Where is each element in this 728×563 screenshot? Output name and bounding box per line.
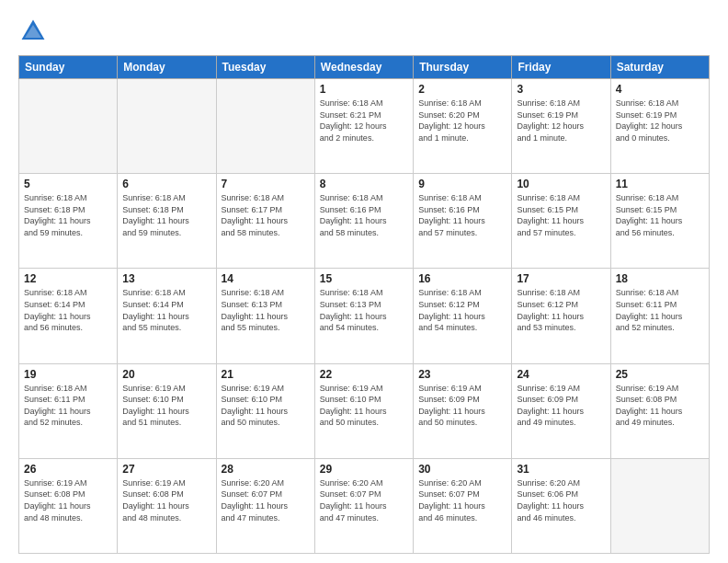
calendar-cell: 3Sunrise: 6:18 AMSunset: 6:19 PMDaylight… bbox=[512, 79, 610, 174]
weekday-header-saturday: Saturday bbox=[610, 56, 709, 79]
calendar-cell: 29Sunrise: 6:20 AMSunset: 6:07 PMDayligh… bbox=[314, 458, 413, 553]
day-info: Sunrise: 6:18 AMSunset: 6:19 PMDaylight:… bbox=[616, 98, 704, 144]
day-info: Sunrise: 6:18 AMSunset: 6:13 PMDaylight:… bbox=[222, 287, 310, 333]
calendar-cell: 10Sunrise: 6:18 AMSunset: 6:15 PMDayligh… bbox=[512, 174, 610, 269]
day-number: 1 bbox=[320, 83, 408, 96]
calendar-cell: 11Sunrise: 6:18 AMSunset: 6:15 PMDayligh… bbox=[610, 174, 709, 269]
calendar-cell: 7Sunrise: 6:18 AMSunset: 6:17 PMDaylight… bbox=[216, 174, 314, 269]
day-number: 27 bbox=[122, 463, 210, 476]
weekday-header-tuesday: Tuesday bbox=[216, 56, 314, 79]
day-number: 16 bbox=[418, 272, 506, 285]
calendar-cell: 24Sunrise: 6:19 AMSunset: 6:09 PMDayligh… bbox=[512, 363, 610, 458]
weekday-header-row: SundayMondayTuesdayWednesdayThursdayFrid… bbox=[19, 56, 710, 79]
calendar-cell: 21Sunrise: 6:19 AMSunset: 6:10 PMDayligh… bbox=[216, 363, 314, 458]
calendar-week-row: 19Sunrise: 6:18 AMSunset: 6:11 PMDayligh… bbox=[19, 363, 710, 458]
day-info: Sunrise: 6:20 AMSunset: 6:06 PMDaylight:… bbox=[517, 477, 605, 523]
calendar-cell: 19Sunrise: 6:18 AMSunset: 6:11 PMDayligh… bbox=[19, 363, 118, 458]
calendar-cell: 14Sunrise: 6:18 AMSunset: 6:13 PMDayligh… bbox=[216, 269, 314, 363]
calendar-cell: 13Sunrise: 6:18 AMSunset: 6:14 PMDayligh… bbox=[118, 269, 216, 363]
day-info: Sunrise: 6:19 AMSunset: 6:08 PMDaylight:… bbox=[616, 383, 704, 429]
calendar-cell: 30Sunrise: 6:20 AMSunset: 6:07 PMDayligh… bbox=[414, 458, 512, 553]
day-number: 7 bbox=[222, 178, 310, 190]
day-info: Sunrise: 6:18 AMSunset: 6:11 PMDaylight:… bbox=[616, 287, 704, 333]
calendar-cell: 16Sunrise: 6:18 AMSunset: 6:12 PMDayligh… bbox=[414, 269, 512, 363]
header bbox=[18, 17, 710, 46]
logo-icon bbox=[18, 17, 48, 46]
day-number: 25 bbox=[616, 368, 704, 381]
day-number: 30 bbox=[418, 463, 506, 476]
calendar-cell: 1Sunrise: 6:18 AMSunset: 6:21 PMDaylight… bbox=[314, 79, 413, 174]
day-number: 6 bbox=[122, 178, 210, 190]
calendar-week-row: 1Sunrise: 6:18 AMSunset: 6:21 PMDaylight… bbox=[19, 79, 710, 174]
day-info: Sunrise: 6:19 AMSunset: 6:10 PMDaylight:… bbox=[122, 383, 210, 429]
calendar-cell: 18Sunrise: 6:18 AMSunset: 6:11 PMDayligh… bbox=[610, 269, 709, 363]
calendar-cell: 22Sunrise: 6:19 AMSunset: 6:10 PMDayligh… bbox=[314, 363, 413, 458]
calendar-cell bbox=[118, 79, 216, 174]
day-number: 21 bbox=[222, 368, 310, 381]
day-info: Sunrise: 6:19 AMSunset: 6:09 PMDaylight:… bbox=[517, 383, 605, 429]
calendar-week-row: 12Sunrise: 6:18 AMSunset: 6:14 PMDayligh… bbox=[19, 269, 710, 363]
day-info: Sunrise: 6:18 AMSunset: 6:14 PMDaylight:… bbox=[24, 287, 112, 333]
calendar-cell: 26Sunrise: 6:19 AMSunset: 6:08 PMDayligh… bbox=[19, 458, 118, 553]
weekday-header-wednesday: Wednesday bbox=[314, 56, 413, 79]
day-info: Sunrise: 6:18 AMSunset: 6:16 PMDaylight:… bbox=[320, 192, 408, 238]
day-info: Sunrise: 6:18 AMSunset: 6:12 PMDaylight:… bbox=[517, 287, 605, 333]
day-info: Sunrise: 6:19 AMSunset: 6:08 PMDaylight:… bbox=[122, 477, 210, 523]
day-info: Sunrise: 6:20 AMSunset: 6:07 PMDaylight:… bbox=[222, 477, 310, 523]
day-number: 19 bbox=[24, 368, 112, 381]
day-info: Sunrise: 6:20 AMSunset: 6:07 PMDaylight:… bbox=[320, 477, 408, 523]
day-number: 13 bbox=[122, 272, 210, 285]
calendar-cell: 4Sunrise: 6:18 AMSunset: 6:19 PMDaylight… bbox=[610, 79, 709, 174]
day-info: Sunrise: 6:18 AMSunset: 6:19 PMDaylight:… bbox=[517, 98, 605, 144]
day-number: 8 bbox=[320, 178, 408, 190]
weekday-header-friday: Friday bbox=[512, 56, 610, 79]
day-info: Sunrise: 6:20 AMSunset: 6:07 PMDaylight:… bbox=[418, 477, 506, 523]
calendar-cell bbox=[610, 458, 709, 553]
day-info: Sunrise: 6:19 AMSunset: 6:09 PMDaylight:… bbox=[418, 383, 506, 429]
day-number: 31 bbox=[517, 463, 605, 476]
day-info: Sunrise: 6:18 AMSunset: 6:11 PMDaylight:… bbox=[24, 383, 112, 429]
calendar-cell: 5Sunrise: 6:18 AMSunset: 6:18 PMDaylight… bbox=[19, 174, 118, 269]
weekday-header-sunday: Sunday bbox=[19, 56, 118, 79]
day-number: 23 bbox=[418, 368, 506, 381]
calendar-cell: 2Sunrise: 6:18 AMSunset: 6:20 PMDaylight… bbox=[414, 79, 512, 174]
day-info: Sunrise: 6:18 AMSunset: 6:18 PMDaylight:… bbox=[24, 192, 112, 238]
day-info: Sunrise: 6:18 AMSunset: 6:18 PMDaylight:… bbox=[122, 192, 210, 238]
calendar-cell: 9Sunrise: 6:18 AMSunset: 6:16 PMDaylight… bbox=[414, 174, 512, 269]
calendar-cell: 17Sunrise: 6:18 AMSunset: 6:12 PMDayligh… bbox=[512, 269, 610, 363]
day-info: Sunrise: 6:18 AMSunset: 6:17 PMDaylight:… bbox=[222, 192, 310, 238]
calendar-week-row: 26Sunrise: 6:19 AMSunset: 6:08 PMDayligh… bbox=[19, 458, 710, 553]
weekday-header-thursday: Thursday bbox=[414, 56, 512, 79]
day-number: 12 bbox=[24, 272, 112, 285]
day-info: Sunrise: 6:18 AMSunset: 6:14 PMDaylight:… bbox=[122, 287, 210, 333]
calendar-cell bbox=[216, 79, 314, 174]
day-number: 18 bbox=[616, 272, 704, 285]
day-info: Sunrise: 6:18 AMSunset: 6:13 PMDaylight:… bbox=[320, 287, 408, 333]
logo bbox=[18, 17, 51, 46]
day-number: 10 bbox=[517, 178, 605, 190]
day-info: Sunrise: 6:19 AMSunset: 6:10 PMDaylight:… bbox=[320, 383, 408, 429]
day-info: Sunrise: 6:18 AMSunset: 6:12 PMDaylight:… bbox=[418, 287, 506, 333]
day-number: 9 bbox=[418, 178, 506, 190]
page: SundayMondayTuesdayWednesdayThursdayFrid… bbox=[0, 0, 728, 563]
calendar-cell: 23Sunrise: 6:19 AMSunset: 6:09 PMDayligh… bbox=[414, 363, 512, 458]
calendar-cell bbox=[19, 79, 118, 174]
calendar-cell: 27Sunrise: 6:19 AMSunset: 6:08 PMDayligh… bbox=[118, 458, 216, 553]
day-info: Sunrise: 6:18 AMSunset: 6:16 PMDaylight:… bbox=[418, 192, 506, 238]
calendar-table: SundayMondayTuesdayWednesdayThursdayFrid… bbox=[18, 55, 710, 554]
day-number: 22 bbox=[320, 368, 408, 381]
day-info: Sunrise: 6:18 AMSunset: 6:21 PMDaylight:… bbox=[320, 98, 408, 144]
day-number: 15 bbox=[320, 272, 408, 285]
calendar-cell: 20Sunrise: 6:19 AMSunset: 6:10 PMDayligh… bbox=[118, 363, 216, 458]
calendar-cell: 15Sunrise: 6:18 AMSunset: 6:13 PMDayligh… bbox=[314, 269, 413, 363]
day-number: 28 bbox=[222, 463, 310, 476]
calendar-cell: 31Sunrise: 6:20 AMSunset: 6:06 PMDayligh… bbox=[512, 458, 610, 553]
day-number: 5 bbox=[24, 178, 112, 190]
day-number: 3 bbox=[517, 83, 605, 96]
day-number: 17 bbox=[517, 272, 605, 285]
day-number: 14 bbox=[222, 272, 310, 285]
day-info: Sunrise: 6:18 AMSunset: 6:20 PMDaylight:… bbox=[418, 98, 506, 144]
day-info: Sunrise: 6:18 AMSunset: 6:15 PMDaylight:… bbox=[517, 192, 605, 238]
calendar-cell: 25Sunrise: 6:19 AMSunset: 6:08 PMDayligh… bbox=[610, 363, 709, 458]
calendar-cell: 8Sunrise: 6:18 AMSunset: 6:16 PMDaylight… bbox=[314, 174, 413, 269]
